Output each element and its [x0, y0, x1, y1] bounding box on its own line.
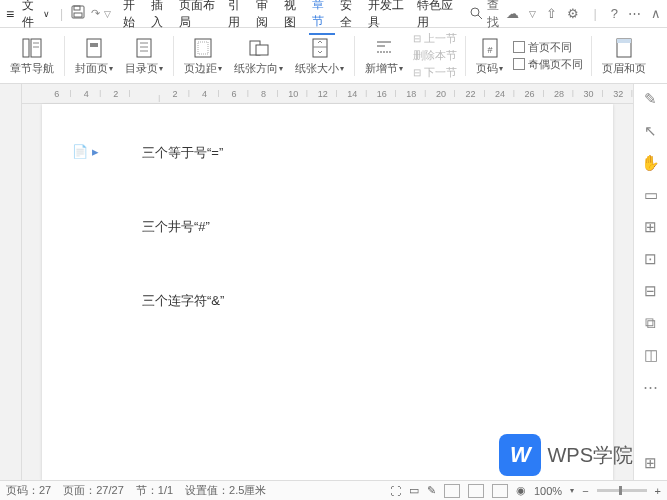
check-odd-even[interactable]: 奇偶页不同	[513, 57, 583, 72]
svg-rect-1	[74, 6, 80, 10]
outline-icon[interactable]: 📄 ▸	[72, 144, 99, 159]
select-icon[interactable]: ▭	[642, 186, 660, 204]
status-setting: 设置值：2.5厘米	[185, 483, 266, 498]
dropdown-icon: ▽	[529, 9, 536, 19]
collapse-icon[interactable]: ∧	[651, 6, 661, 21]
ruler-vertical	[0, 84, 22, 480]
search-box[interactable]: 查找	[470, 0, 504, 31]
separator: |	[60, 7, 63, 21]
view-btn-2[interactable]	[468, 484, 484, 498]
more-icon[interactable]: ⋯	[628, 6, 641, 21]
svg-rect-5	[23, 39, 29, 57]
tab-reference[interactable]: 引用	[225, 0, 251, 34]
svg-rect-18	[256, 45, 268, 55]
grid-icon[interactable]: ⊞	[642, 218, 660, 236]
edit-mode-icon[interactable]: ✎	[427, 484, 436, 497]
settings-icon[interactable]: ⚙	[567, 6, 579, 21]
ribbon-toc[interactable]: 目录页▾	[119, 30, 169, 81]
tab-security[interactable]: 安全	[337, 0, 363, 34]
document-line[interactable]: 三个井号“#”	[142, 218, 513, 236]
zoom-slider[interactable]	[597, 489, 647, 492]
toc-icon	[134, 35, 154, 61]
section-nav-icon	[21, 35, 43, 61]
tab-view[interactable]: 视图	[281, 0, 307, 34]
tab-insert[interactable]: 插入	[148, 0, 174, 34]
menubar: ≡ 文件∨ | ↷ ▽ 开始 插入 页面布局 引用 审阅 视图 章节 安全 开发…	[0, 0, 667, 28]
zoom-in[interactable]: +	[655, 485, 661, 497]
svg-rect-27	[617, 39, 631, 43]
ribbon-orientation[interactable]: 纸张方向▾	[228, 30, 289, 81]
header-footer-icon	[614, 35, 634, 61]
help-icon[interactable]: ?	[611, 6, 618, 21]
document-area: 6422468101214161820222426283032 📄 ▸ 三个等于…	[22, 84, 633, 480]
svg-point-3	[471, 8, 479, 16]
file-menu[interactable]: 文件∨	[18, 0, 54, 33]
svg-rect-6	[31, 39, 41, 57]
new-section-icon	[373, 35, 395, 61]
collapse-icon[interactable]: ⊞	[642, 454, 660, 472]
svg-text:#: #	[487, 45, 492, 55]
eye-icon[interactable]: ◉	[516, 484, 526, 497]
workspace: 6422468101214161820222426283032 📄 ▸ 三个等于…	[0, 84, 667, 480]
cloud-icon[interactable]: ☁	[506, 6, 519, 21]
tab-review[interactable]: 审阅	[253, 0, 279, 34]
pivot-icon[interactable]: ⊟	[642, 282, 660, 300]
ribbon-size[interactable]: 纸张大小▾	[289, 30, 350, 81]
ribbon-header-footer[interactable]: 页眉和页	[596, 30, 652, 81]
orientation-icon	[248, 35, 270, 61]
dots-icon[interactable]: ⋯	[642, 378, 660, 396]
zoom-level[interactable]: 100%	[534, 485, 562, 497]
share-icon[interactable]: ⇧	[546, 6, 557, 21]
cursor-icon[interactable]: ↖	[642, 122, 660, 140]
document-line[interactable]: 三个连字符“&”	[142, 292, 513, 310]
ribbon-new-section[interactable]: 新增节▾	[359, 30, 409, 81]
svg-rect-9	[87, 39, 101, 57]
save-icon[interactable]	[71, 5, 85, 22]
gear-icon[interactable]: ◫	[642, 346, 660, 364]
view-btn-3[interactable]	[492, 484, 508, 498]
ribbon-checks: 首页不同 奇偶页不同	[509, 40, 587, 72]
tab-layout[interactable]: 页面布局	[176, 0, 222, 34]
pencil-icon[interactable]: ✎	[642, 90, 660, 108]
zoom-out[interactable]: −	[582, 485, 588, 497]
right-toolbar: ✎ ↖ ✋ ▭ ⊞ ⊡ ⊟ ⧉ ◫ ⋯ ⊞	[633, 84, 667, 480]
book-icon[interactable]: ▭	[409, 484, 419, 497]
check-first-page[interactable]: 首页不同	[513, 40, 583, 55]
wps-logo-icon: W	[499, 434, 541, 476]
view-btn-1[interactable]	[444, 484, 460, 498]
svg-rect-16	[198, 42, 208, 54]
document-line[interactable]: 三个等于号“=”	[142, 144, 513, 162]
status-pages: 页面：27/27	[63, 483, 124, 498]
brand-text: WPS学院	[547, 442, 633, 469]
chain-icon[interactable]: ⧉	[642, 314, 660, 332]
ribbon-cover[interactable]: 封面页▾	[69, 30, 119, 81]
search-icon	[470, 7, 483, 20]
dropdown-icon[interactable]: ▽	[104, 9, 111, 19]
brand-watermark: W WPS学院	[499, 434, 633, 476]
fullscreen-icon[interactable]: ⛶	[390, 485, 401, 497]
text-icon[interactable]: ⊡	[642, 250, 660, 268]
next-section: ⊟下一节	[413, 65, 457, 80]
svg-rect-10	[90, 43, 98, 47]
delete-section: 删除本节	[413, 48, 457, 63]
ribbon-section-ops: ⊟上一节 删除本节 ⊟下一节	[409, 31, 461, 80]
svg-rect-11	[137, 39, 151, 57]
page-number-icon: #	[480, 35, 500, 61]
tab-devtools[interactable]: 开发工具	[365, 0, 411, 34]
hand-icon[interactable]: ✋	[642, 154, 660, 172]
margin-icon	[193, 35, 213, 61]
statusbar: 页码：27 页面：27/27 节：1/1 设置值：2.5厘米 ⛶ ▭ ✎ ◉ 1…	[0, 480, 667, 500]
ribbon-margin[interactable]: 页边距▾	[178, 30, 228, 81]
ribbon-section-nav[interactable]: 章节导航	[4, 30, 60, 81]
status-section: 节：1/1	[136, 483, 173, 498]
redo-icon[interactable]: ↷	[91, 7, 100, 20]
tab-start[interactable]: 开始	[120, 0, 146, 34]
ribbon-page-number[interactable]: # 页码▾	[470, 30, 509, 81]
svg-rect-2	[74, 13, 82, 17]
status-page: 页码：27	[6, 483, 51, 498]
page[interactable]: 📄 ▸ 三个等于号“=” 三个井号“#” 三个连字符“&”	[42, 104, 613, 480]
tab-special[interactable]: 特色应用	[414, 0, 460, 34]
prev-section: ⊟上一节	[413, 31, 457, 46]
app-menu-icon[interactable]: ≡	[6, 6, 14, 22]
cover-icon	[84, 35, 104, 61]
